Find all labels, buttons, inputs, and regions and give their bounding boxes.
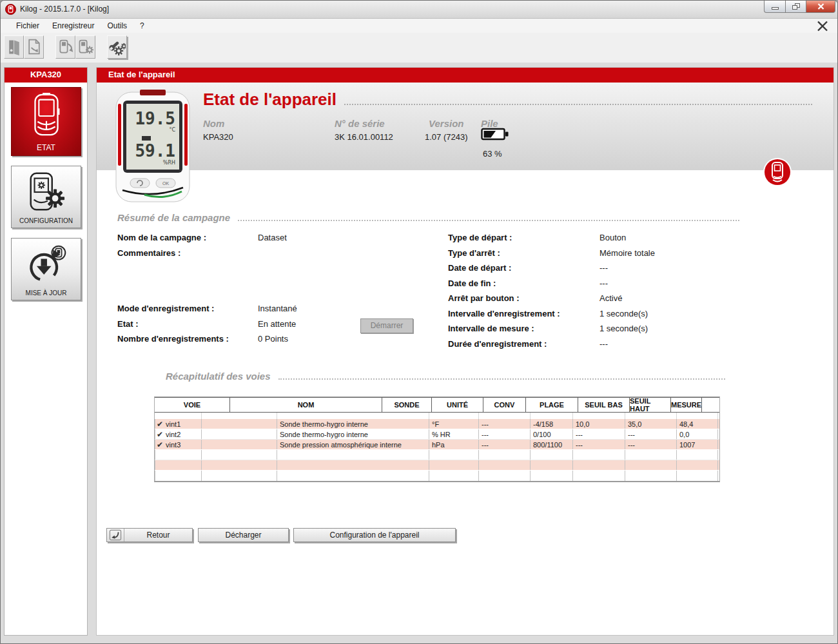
field-row: Date de fin : --- (448, 276, 655, 291)
menu-item[interactable]: Outils (101, 19, 133, 32)
channel-cell-sonde: Sonde pression atmosphérique interne (277, 440, 429, 449)
field-value: --- (599, 263, 608, 273)
window-title: Kilog - 2015.1.7.0 - [Kilog] (20, 5, 109, 14)
field-label: Arrêt par bouton : (448, 293, 599, 303)
back-button-label: Retour (124, 531, 192, 540)
channel-row[interactable]: ✔vint3 Sonde pression atmosphérique inte… (155, 440, 719, 450)
channels-table-body: ✔vint1 Sonde thermo-hygro interne °F ---… (155, 419, 719, 481)
channel-name: vint1 (166, 420, 180, 428)
channel-row[interactable] (155, 450, 719, 460)
menu-item[interactable]: ? (133, 19, 151, 32)
device-status-icon (12, 88, 81, 143)
channel-cell-seuil-haut (625, 450, 677, 460)
field-label: Date de départ : (448, 263, 599, 273)
tools-button[interactable] (107, 35, 127, 59)
channel-cell-plage (531, 471, 573, 481)
logbook-icon (6, 38, 23, 56)
sidebar-item-mise-a-jour-label: MISE À JOUR (26, 289, 67, 297)
channel-cell-seuil-haut (625, 460, 677, 470)
channel-cell-mesure (677, 471, 718, 481)
channel-cell-seuil-haut: 35,0 (625, 419, 677, 429)
channel-cell-voie (155, 450, 202, 460)
field-row: Nombre d'enregistrements : 0 Points (117, 331, 297, 347)
channel-cell-nom (202, 440, 277, 449)
field-value: Dataset (258, 233, 287, 242)
field-row: Arrêt par bouton : Activé (448, 291, 655, 306)
app-logo-icon[interactable] (5, 4, 16, 15)
campaign-summary-title: Résumé de la campagne (117, 212, 230, 223)
device-name-header: KPA320 (5, 68, 87, 83)
column-header: MESURE (671, 398, 702, 412)
table-spacer-row (155, 413, 719, 419)
sidebar-item-etat-label: ETAT (37, 143, 55, 152)
field-label: Nom de la campagne : (117, 233, 258, 242)
configure-device-button[interactable] (75, 35, 95, 59)
main-panel: Etat de l'appareil 19.5 °C 59.1 %RH OK E… (96, 67, 834, 636)
channel-cell-nom (202, 450, 277, 460)
download-button[interactable]: Décharger (198, 528, 289, 542)
firmware-update-icon (12, 239, 81, 289)
channel-row[interactable] (155, 460, 719, 471)
restore-button[interactable] (785, 1, 806, 13)
field-row: Durée d'enregistrement : --- (448, 337, 655, 352)
field-row: Date de départ : --- (448, 260, 655, 276)
serial-number-value: 3K 16.01.00112 (335, 132, 393, 142)
toolbar-group-campaign (4, 35, 44, 59)
channel-cell-sonde: Sonde thermo-hygro interne (277, 419, 429, 429)
sidebar-item-etat[interactable]: ETAT (11, 87, 81, 156)
menu-item[interactable]: Enregistreur (46, 19, 101, 32)
close-icon (817, 3, 824, 10)
sidebar-item-mise-a-jour[interactable]: MISE À JOUR (11, 238, 81, 300)
channels-title-row: Récapitulatif des voies (166, 371, 725, 382)
channel-cell-nom (202, 419, 277, 429)
mdi-close-button[interactable] (815, 19, 830, 32)
channel-row[interactable]: ✔vint2 Sonde thermo-hygro interne % HR -… (155, 429, 719, 440)
channel-cell-seuil-haut (625, 471, 677, 481)
export-report-button[interactable] (24, 35, 44, 59)
device-connected-badge (763, 157, 792, 187)
device-name-label: Nom (203, 118, 224, 129)
field-row: Intervalle de mesure : 1 seconde(s) (448, 321, 655, 337)
channel-row[interactable] (155, 471, 719, 481)
channel-cell-voie: ✔vint3 (155, 440, 202, 449)
field-value: Mémoire totale (599, 248, 655, 258)
column-header: NOM (230, 398, 382, 412)
channel-cell-conv (479, 460, 531, 470)
field-value: Instantané (258, 304, 297, 313)
channel-row[interactable]: ✔vint1 Sonde thermo-hygro interne °F ---… (155, 419, 719, 429)
minimize-button[interactable] (764, 1, 785, 13)
column-header: SONDE (382, 398, 432, 412)
channel-cell-unite: % HR (429, 429, 479, 439)
menu-bar: Fichier Enregistreur Outils ? (1, 19, 837, 33)
window-titlebar[interactable]: Kilog - 2015.1.7.0 - [Kilog] (1, 1, 837, 19)
start-recording-button[interactable]: Démarrer (360, 318, 413, 333)
field-label: Durée d'enregistrement : (448, 339, 599, 349)
close-button[interactable] (806, 1, 835, 13)
back-button[interactable]: Retour (106, 528, 193, 542)
serial-number-label: N° de série (335, 118, 385, 129)
download-device-button[interactable] (55, 35, 75, 59)
field-value: Bouton (599, 233, 626, 242)
open-campaign-button[interactable] (4, 35, 24, 59)
channel-cell-seuil-bas (573, 450, 625, 460)
channel-enabled-check-icon: ✔ (157, 441, 163, 449)
mdi-close-icon (817, 21, 828, 32)
sidebar-item-configuration[interactable]: CONFIGURATION (11, 166, 81, 228)
field-value: Activé (599, 293, 622, 303)
field-label: Type de départ : (448, 233, 599, 242)
report-page-icon (26, 38, 43, 56)
channel-cell-plage: 800/1100 (531, 440, 573, 449)
channel-cell-conv: --- (479, 440, 531, 449)
menu-item[interactable]: Fichier (10, 19, 46, 32)
campaign-fields-left-top: Nom de la campagne : Dataset Commentaire… (117, 230, 287, 260)
channel-cell-seuil-haut: --- (625, 440, 677, 449)
tools-icon (108, 38, 126, 57)
field-row: Etat : En attente (117, 317, 297, 332)
field-label: Commentaires : (117, 248, 258, 258)
channel-cell-mesure: 1007 (677, 440, 718, 449)
restore-icon (792, 3, 800, 10)
channel-cell-voie: ✔vint1 (155, 419, 202, 429)
channel-cell-plage (531, 450, 573, 460)
device-configuration-button[interactable]: Configuration de l'appareil (293, 528, 456, 542)
field-label: Date de fin : (448, 278, 599, 288)
